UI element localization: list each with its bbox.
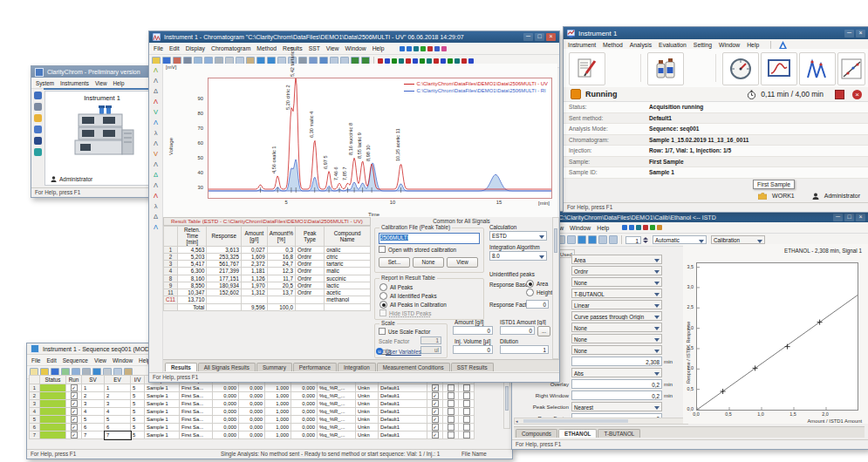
user-variables-button[interactable]: u User Variables	[376, 348, 421, 355]
menu-window[interactable]: Window	[719, 42, 740, 48]
menu-method[interactable]: Method	[603, 42, 623, 48]
checkbox-cell[interactable]: ✓	[66, 384, 82, 392]
minimize-button[interactable]: ─	[833, 214, 843, 221]
column-header[interactable]: Amount% [%]	[267, 227, 295, 247]
checkbox-cell[interactable]	[459, 400, 475, 408]
menu-setting[interactable]: Setting	[694, 42, 712, 48]
horizontal-scrollbar[interactable]: ◂ ▸	[514, 418, 688, 425]
menu-display[interactable]: Display	[186, 45, 205, 51]
checkbox-cell[interactable]: ✓	[66, 416, 82, 424]
tab-results[interactable]: Results	[165, 363, 197, 371]
maximize-button[interactable]: □	[844, 214, 854, 221]
calibration-icon[interactable]	[837, 52, 865, 85]
result-row[interactable]: C1113,710methanol	[164, 296, 371, 303]
menu-help[interactable]: Help	[372, 45, 385, 51]
checkbox-cell[interactable]: ✓	[427, 408, 443, 416]
folder-icon[interactable]	[34, 114, 42, 122]
column-header[interactable]: Peak Type	[296, 227, 325, 247]
compound-param-select[interactable]: T-BUTANOL	[571, 289, 662, 298]
checkbox-cell[interactable]: ✓	[66, 431, 82, 439]
compound-param-select[interactable]: Curve passes through Origin	[571, 311, 662, 321]
menu-view[interactable]: View	[94, 357, 106, 363]
response-factor-field[interactable]: 0	[526, 300, 549, 309]
column-header[interactable]: Compound Name	[325, 227, 371, 247]
maximize-button[interactable]: □	[535, 33, 544, 41]
compound-param-select[interactable]: Area	[571, 255, 662, 264]
tab-performance[interactable]: Performance	[293, 363, 337, 371]
gear-icon[interactable]	[34, 103, 42, 111]
slope-tool-icon[interactable]: Δ	[154, 212, 158, 221]
none-button[interactable]: None	[413, 257, 444, 268]
signal-spinner[interactable]: 1	[625, 236, 641, 244]
checkbox-cell[interactable]: ✓	[66, 392, 82, 400]
menu-view[interactable]: View	[95, 80, 107, 86]
tab-summary[interactable]: Summary	[256, 363, 292, 371]
color-swatch-icon[interactable]	[657, 225, 662, 230]
compound-param-select[interactable]: None	[571, 334, 662, 343]
monitor-icon[interactable]	[34, 126, 42, 133]
checkbox-cell[interactable]	[459, 431, 475, 439]
color-swatch-icon[interactable]	[400, 46, 405, 51]
menu-file[interactable]: File	[31, 357, 40, 363]
column-header[interactable]: Run	[66, 376, 82, 384]
tab-measurement-conditions[interactable]: Measurement Conditions	[377, 363, 450, 371]
checkbox-cell[interactable]	[459, 392, 475, 400]
checkbox-cell[interactable]	[443, 408, 459, 416]
compound-param-select[interactable]: Ordnr	[571, 266, 662, 275]
chromatogram-plot-area[interactable]: C:\ClarityChrom\DataFiles\DEMO1\Data\250…	[208, 78, 552, 199]
solvent-peak-icon[interactable]: Λ	[154, 160, 158, 169]
compound-param-field[interactable]: 0,2	[571, 379, 662, 389]
manual-tool-icon[interactable]: Λ	[154, 222, 158, 232]
color-swatch-icon[interactable]	[413, 46, 419, 51]
menu-edit[interactable]: Edit	[169, 45, 180, 51]
undo-icon[interactable]	[578, 235, 586, 244]
tab-all-signals-results[interactable]: All Signals Results	[198, 363, 256, 371]
istd-browse-button[interactable]: ...	[537, 326, 550, 336]
menu-file[interactable]: File	[154, 45, 163, 51]
color-swatch-icon[interactable]	[622, 225, 627, 230]
valley-tool-icon[interactable]: V	[154, 107, 158, 117]
menu-instrument[interactable]: Instrument	[568, 42, 596, 48]
integration-tool-icon[interactable]: Δ	[154, 170, 158, 180]
checkbox-cell[interactable]: ✓	[427, 431, 443, 439]
inj-volume-field[interactable]: 0	[453, 345, 493, 354]
logo-icon[interactable]	[779, 41, 787, 49]
data-acquisition-icon[interactable]	[799, 52, 836, 85]
menu-help[interactable]: Help	[597, 225, 609, 231]
sequence-row[interactable]: 6✓665Sample 1First Sa...0,0000,0001,0000…	[30, 424, 475, 431]
title-bar[interactable]: Calibration C:\ClarityChrom\DataFiles\DE…	[512, 212, 868, 222]
tab-compounds[interactable]: Compounds	[516, 429, 557, 438]
close-button[interactable]: ×	[856, 214, 865, 221]
mode-select[interactable]: Automatic	[653, 235, 707, 244]
together-tool-icon[interactable]: Λ	[154, 118, 158, 127]
checkbox-cell[interactable]: ✓	[427, 392, 443, 400]
tab-t-butanol[interactable]: T-BUTANOL	[598, 429, 640, 438]
calibration-file-input[interactable]: 2506MULTI	[379, 233, 480, 244]
instrument-panel[interactable]: Instrument 1 Administrator	[44, 91, 160, 186]
tab-integration[interactable]: Integration	[338, 363, 376, 371]
color-swatch-icon[interactable]	[441, 46, 447, 51]
menu-sequence[interactable]: Sequence	[63, 357, 88, 363]
compound-param-select[interactable]: None	[571, 277, 662, 287]
istd-amount-field[interactable]: 0	[500, 326, 535, 335]
device-monitor-icon[interactable]	[722, 52, 759, 85]
integration-algorithm-select[interactable]: 8.0	[489, 251, 547, 261]
title-bar[interactable]: Instrument 1 ─×	[564, 27, 868, 39]
sequence-row[interactable]: 2✓225Sample 1First Sa...0,0000,0001,0000…	[30, 392, 475, 400]
baseline-tool-icon[interactable]: Δ	[154, 86, 158, 96]
column-header[interactable]: Response	[207, 227, 242, 247]
checkbox-cell[interactable]	[459, 416, 475, 424]
view-button[interactable]: View	[447, 257, 478, 268]
checkbox-cell[interactable]	[443, 392, 459, 400]
column-header[interactable]: EV	[105, 376, 131, 384]
tail-tangent-icon[interactable]: Λ	[154, 139, 158, 148]
color-swatch-icon[interactable]	[427, 46, 433, 51]
radio-area[interactable]: Area	[526, 280, 548, 288]
mobile-phase-icon[interactable]	[647, 52, 684, 85]
menu-help[interactable]: Help	[113, 80, 124, 86]
menu-view[interactable]: View	[326, 45, 339, 51]
sequence-row[interactable]: 7✓775Sample 1First Sa...0,0000,0001,0000…	[30, 431, 475, 439]
menu-system[interactable]: System	[36, 80, 54, 86]
tab-ethanol[interactable]: ETHANOL	[558, 429, 597, 438]
column-header[interactable]: I/V	[131, 376, 145, 384]
